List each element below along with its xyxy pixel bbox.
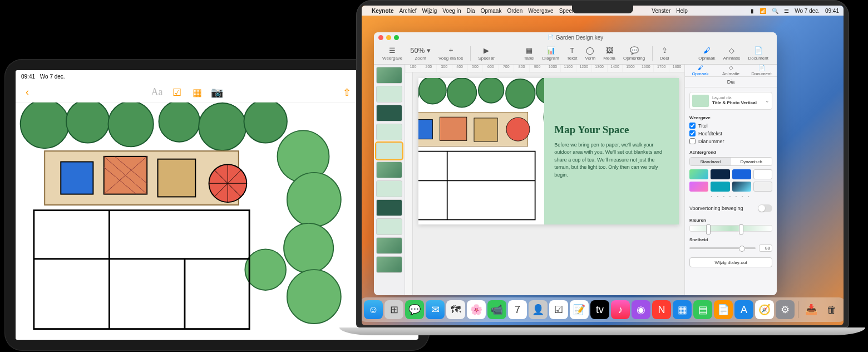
dock-downloads[interactable]: 📥 [802, 300, 821, 319]
seg-standard[interactable]: Standaard [690, 158, 731, 165]
speed-value[interactable]: 88 [759, 245, 772, 252]
background-segment[interactable]: Standaard Dynamisch [689, 157, 772, 166]
bg-swatch[interactable] [689, 182, 708, 192]
layout-selector[interactable]: Lay-out dia Title & Photo Vertical ⌄ [689, 92, 772, 110]
dock-numbers[interactable]: ▤ [693, 300, 712, 319]
dock-tv[interactable]: tv [590, 300, 609, 319]
toolbar-animatie[interactable]: ◇Animatie [720, 46, 743, 61]
toolbar-tekst[interactable]: TTekst [564, 46, 580, 61]
dock-maps[interactable]: 🗺 [446, 300, 465, 319]
menubar-time[interactable]: 09:41 [825, 8, 839, 14]
dock-finder[interactable]: ☺ [364, 300, 383, 319]
slide-thumb[interactable] [376, 180, 402, 197]
menu-insert[interactable]: Voeg in [442, 8, 461, 14]
bg-swatch[interactable] [753, 169, 772, 179]
menu-window[interactable]: Venster [652, 8, 670, 14]
menu-format[interactable]: Opmaak [481, 8, 502, 14]
tab-animate[interactable]: ◇Animatie [716, 65, 746, 76]
slide-thumb[interactable] [376, 199, 402, 216]
dock-pages[interactable]: 📄 [714, 300, 733, 319]
dock-reminders[interactable]: ☑ [549, 300, 568, 319]
menubar-date[interactable]: Wo 7 dec. [795, 8, 820, 14]
slide-title[interactable]: Map Your Space [554, 124, 669, 136]
tab-document[interactable]: 📄Document [746, 65, 777, 76]
toolbar-document[interactable]: 📄Document [746, 46, 771, 61]
slide-image[interactable] [418, 78, 544, 224]
bg-swatch[interactable] [689, 169, 708, 179]
back-icon[interactable]: ‹ [21, 86, 33, 99]
slide[interactable]: Map Your Space Before we bring pen to pa… [418, 78, 679, 224]
toolbar-zoom[interactable]: 50% ▾Zoom [407, 46, 433, 61]
battery-icon[interactable]: ▮ [751, 8, 754, 14]
bg-swatch[interactable] [753, 182, 772, 192]
dock-launchpad[interactable]: ⊞ [384, 300, 403, 319]
motion-preview-toggle[interactable] [758, 204, 772, 212]
checklist-icon[interactable]: ☑ [171, 86, 183, 99]
slide-thumb-selected[interactable] [376, 143, 402, 159]
speed-slider[interactable] [689, 247, 756, 249]
slide-thumb[interactable] [376, 162, 402, 178]
search-icon[interactable]: 🔍 [772, 8, 778, 14]
drawing-canvas[interactable] [16, 102, 386, 340]
camera-icon[interactable]: 📷 [211, 86, 223, 99]
toolbar-diagram[interactable]: 📊Diagram [540, 46, 562, 61]
dock-calendar[interactable]: 7 [508, 300, 527, 319]
dock-notes[interactable]: 📝 [570, 300, 589, 319]
dock-facetime[interactable]: 📹 [487, 300, 506, 319]
slide-thumb[interactable] [376, 237, 402, 254]
checkbox-title[interactable]: Titel [689, 123, 772, 129]
toolbar-voeg-dia-toe[interactable]: ＋Voeg dia toe [436, 46, 466, 61]
slide-thumb[interactable] [376, 105, 402, 121]
bg-swatch[interactable] [711, 169, 729, 179]
dock-trash[interactable]: 🗑 [822, 300, 841, 319]
dock-news[interactable]: N [652, 300, 671, 319]
fullscreen-button[interactable] [394, 35, 399, 40]
menu-arrange[interactable]: Orden [507, 8, 522, 14]
checkbox-slidenum[interactable]: Dianummer [689, 138, 772, 144]
dock-mail[interactable]: ✉ [426, 300, 445, 319]
menu-slide[interactable]: Dia [467, 8, 475, 14]
tab-format[interactable]: 🖌Opmaak [685, 65, 716, 76]
slide-canvas[interactable]: Map Your Space Before we bring pen to pa… [413, 72, 684, 295]
toolbar-weergave[interactable]: ☰Weergave [379, 46, 405, 61]
menu-keynote[interactable]: Keynote [372, 8, 393, 14]
dock-settings[interactable]: ⚙ [776, 300, 795, 319]
slide-text-block[interactable]: Map Your Space Before we bring pen to pa… [544, 78, 679, 224]
control-center-icon[interactable]: ☰ [784, 8, 789, 14]
close-button[interactable] [378, 35, 383, 40]
dock-keynote[interactable]: ▦ [673, 300, 692, 319]
dock-podcasts[interactable]: ◉ [632, 300, 650, 319]
text-style-icon[interactable]: Aa [151, 86, 163, 99]
dock-contacts[interactable]: 👤 [529, 300, 548, 319]
swatch-pager[interactable]: • • • • • • • [689, 194, 772, 199]
dock-music[interactable]: ♪ [611, 300, 630, 319]
checkbox-body[interactable]: Hoofdtekst [689, 130, 772, 136]
slide-thumb[interactable] [376, 67, 402, 84]
colors-gradient[interactable] [689, 225, 772, 232]
menu-edit[interactable]: Wijzig [422, 8, 437, 14]
table-icon[interactable]: ▦ [191, 86, 203, 99]
menu-help[interactable]: Help [676, 8, 688, 14]
slide-navigator[interactable] [374, 65, 405, 295]
toolbar-vorm[interactable]: ◯Vorm [582, 46, 598, 61]
toolbar-deel[interactable]: ⇪Deel [657, 46, 672, 61]
toolbar-opmerking[interactable]: 💬Opmerking [620, 46, 648, 61]
seg-dynamic[interactable]: Dynamisch [731, 158, 772, 165]
dock-safari[interactable]: 🧭 [755, 300, 774, 319]
slide-thumb[interactable] [376, 256, 402, 273]
edit-layout-button[interactable]: Wijzig dialay-out [689, 257, 772, 267]
slide-body[interactable]: Before we bring pen to paper, we'll walk… [554, 141, 669, 179]
bg-swatch[interactable] [732, 182, 751, 192]
slide-thumb[interactable] [376, 218, 402, 235]
toolbar-opmaak[interactable]: 🖌Opmaak [696, 46, 718, 61]
dock-appstore[interactable]: A [734, 300, 753, 319]
menu-view[interactable]: Weergave [528, 8, 553, 14]
dock-photos[interactable]: 🌸 [467, 300, 486, 319]
wifi-icon[interactable]: 📶 [760, 8, 766, 14]
toolbar-tabel[interactable]: ▦Tabel [521, 46, 537, 61]
slide-thumb[interactable] [376, 124, 402, 140]
toolbar-speel-af[interactable]: ▶Speel af [475, 46, 497, 61]
bg-swatch[interactable] [711, 182, 729, 192]
slide-thumb[interactable] [376, 86, 402, 102]
bg-swatch[interactable] [732, 169, 751, 179]
